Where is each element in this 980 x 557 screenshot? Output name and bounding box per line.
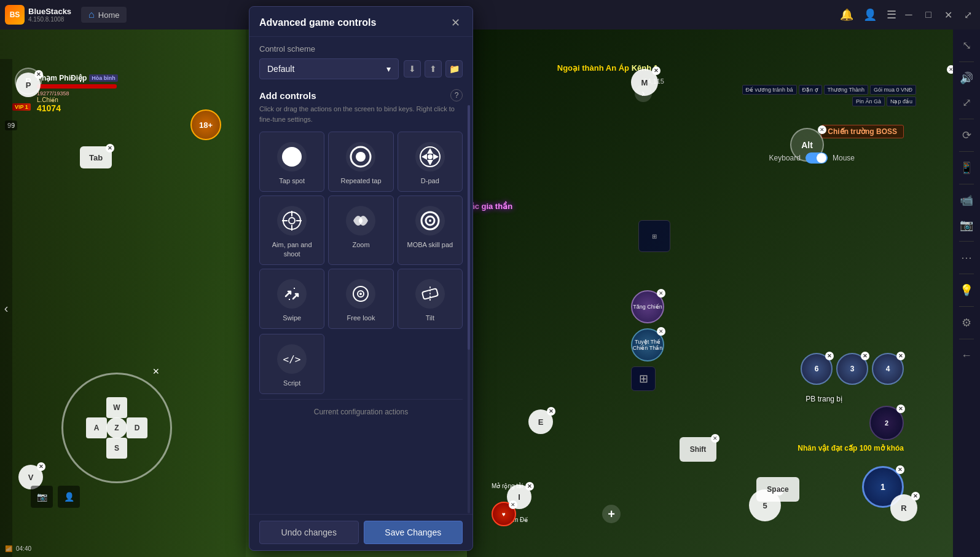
joystick-s[interactable]: S xyxy=(106,438,127,459)
panel-item-3[interactable]: Thương Thành xyxy=(824,85,868,95)
m-key-close-icon[interactable]: ✕ xyxy=(652,66,661,75)
scheme-export-icon[interactable]: ⬆ xyxy=(425,60,442,77)
space-key-button[interactable]: Space xyxy=(756,477,799,502)
camera-tb-icon[interactable]: 📷 xyxy=(955,214,978,236)
ctrl-zoom[interactable]: Zoom xyxy=(328,196,393,265)
d-pad-label: D-pad xyxy=(421,176,439,185)
joystick-control[interactable]: W A D S Z ✕ xyxy=(61,373,172,483)
save-changes-button[interactable]: Save Changes xyxy=(364,521,463,544)
resize-icon[interactable]: ⤢ xyxy=(955,92,978,114)
minimize-button[interactable]: ─ xyxy=(901,7,916,22)
skill-1-close-icon[interactable]: ✕ xyxy=(896,465,904,474)
tuyet-the-close-icon[interactable]: ✕ xyxy=(657,327,665,336)
tablet-icon[interactable]: 📱 xyxy=(955,157,978,179)
svg-text:</>: </> xyxy=(283,354,301,365)
menu-icon[interactable]: ☰ xyxy=(887,8,896,22)
m-key-button[interactable]: M ✕ xyxy=(631,69,658,96)
skill-3-button[interactable]: 3✕ xyxy=(836,353,868,385)
ctrl-aim-pan-shoot[interactable]: Aim, pan and shoot xyxy=(259,196,324,265)
volume-icon[interactable]: 🔊 xyxy=(955,67,978,89)
r-key-close-icon[interactable]: ✕ xyxy=(911,492,920,500)
joystick-d[interactable]: D xyxy=(127,417,147,438)
grid-icon[interactable]: ⊞ xyxy=(631,366,656,391)
ctrl-tilt[interactable]: Tilt xyxy=(398,269,463,329)
i-key-close-icon[interactable]: ✕ xyxy=(525,482,534,491)
skill-3-close-icon[interactable]: ✕ xyxy=(861,352,869,360)
expand-icon[interactable]: ⊞ xyxy=(638,220,670,252)
toggle-switch[interactable] xyxy=(806,152,828,164)
shift-key-button[interactable]: Shift xyxy=(680,437,716,462)
skill-2-close-icon[interactable]: ✕ xyxy=(896,405,905,413)
more-icon[interactable]: ⋯ xyxy=(955,247,978,269)
scheme-import-icon[interactable]: ⬇ xyxy=(404,60,421,77)
skill-2-button[interactable]: 2✕ xyxy=(869,406,904,440)
home-tab[interactable]: ⌂ Home xyxy=(81,7,127,23)
bulb-icon[interactable]: 💡 xyxy=(955,279,978,301)
tab-key-button[interactable]: Tab ✕ xyxy=(80,146,112,168)
expand-button[interactable]: ⤢ xyxy=(960,7,975,22)
settings-icon[interactable]: ⚙ xyxy=(955,312,978,334)
panel-item-1[interactable]: Đế vương tránh bá xyxy=(742,85,797,95)
swipe-icon xyxy=(277,279,307,309)
shift-key-close-icon[interactable]: ✕ xyxy=(711,434,719,443)
skill-6-close-icon[interactable]: ✕ xyxy=(825,352,834,360)
modal-body[interactable]: Control scheme Default ▾ ⬇ ⬆ 📁 Add contr… xyxy=(249,37,472,514)
tang-chien-close-icon[interactable]: ✕ xyxy=(657,289,665,298)
p-key-button[interactable]: P ✕ xyxy=(16,73,41,97)
maximize-button[interactable]: □ xyxy=(921,7,936,22)
undo-changes-button[interactable]: Undo changes xyxy=(259,521,359,544)
ctrl-repeated-tap[interactable]: Repeated tap xyxy=(328,132,393,192)
keyboard-mouse-toggle: Keyboard Mouse xyxy=(769,152,855,164)
scheme-folder-icon[interactable]: 📁 xyxy=(445,60,463,77)
plus-button[interactable]: + xyxy=(602,505,621,523)
skill-6-button[interactable]: 6✕ xyxy=(801,353,833,385)
r-key-button[interactable]: R ✕ xyxy=(890,494,917,521)
ctrl-tap-spot[interactable]: Tap spot xyxy=(259,132,324,192)
close-button[interactable]: ✕ xyxy=(941,7,955,22)
tab-key-close-icon[interactable]: ✕ xyxy=(106,144,114,152)
alt-key-close-icon[interactable]: ✕ xyxy=(818,125,826,134)
joystick-z[interactable]: Z xyxy=(106,417,127,438)
scroll-track[interactable] xyxy=(468,105,470,513)
video-icon[interactable]: 📹 xyxy=(955,189,978,211)
scheme-dropdown[interactable]: Default ▾ xyxy=(259,58,399,79)
p-key-close-icon[interactable]: ✕ xyxy=(34,70,43,79)
panel-item-4[interactable]: Gói mua 0 VNĐ xyxy=(870,85,916,95)
notification-icon[interactable]: 🔔 xyxy=(840,8,853,22)
modal-close-button[interactable]: ✕ xyxy=(448,15,463,30)
advanced-game-controls-panel: Advanced game controls ✕ Control scheme … xyxy=(249,6,473,551)
panel-item-6[interactable]: Nạp đầu xyxy=(887,97,916,106)
e-key-close-icon[interactable]: ✕ xyxy=(547,407,555,416)
v-key-close-icon[interactable]: ✕ xyxy=(37,462,45,471)
skill-4-button[interactable]: 4✕ xyxy=(872,353,904,385)
panel-item-5[interactable]: Pin Ân Gà xyxy=(852,97,885,106)
tilt-label: Tilt xyxy=(426,314,434,322)
orientation-icon[interactable]: ⟳ xyxy=(955,124,978,146)
fullscreen-icon[interactable]: ⤡ xyxy=(955,34,978,57)
ctrl-script[interactable]: </> Script xyxy=(259,334,324,394)
d-pad-icon xyxy=(415,142,445,172)
left-arrow-icon[interactable]: ‹ xyxy=(4,301,9,315)
panel-item-2[interactable]: Đặn ợ xyxy=(799,85,822,95)
camera-icon[interactable]: 📷 xyxy=(31,486,53,508)
account-icon[interactable]: 👤 xyxy=(863,8,877,22)
hp-balloon-close-icon[interactable]: ✕ xyxy=(509,500,517,509)
joystick-a[interactable]: A xyxy=(86,417,107,438)
ctrl-swipe[interactable]: Swipe xyxy=(259,269,324,329)
tuyet-the-icon[interactable]: Tuyệt Thế Chiến Thần ✕ xyxy=(631,328,664,361)
e-key-button[interactable]: E ✕ xyxy=(528,409,553,434)
help-icon[interactable]: ? xyxy=(450,89,463,101)
app-name-version: BlueStacks 4.150.8.1008 xyxy=(28,7,71,23)
profile-icon[interactable]: 👤 xyxy=(58,486,80,508)
joystick-close-icon[interactable]: ✕ xyxy=(152,366,160,376)
joystick-w[interactable]: W xyxy=(106,397,127,418)
ctrl-free-look[interactable]: Free look xyxy=(328,269,393,329)
tang-chien-icon[interactable]: Tăng Chiến ✕ xyxy=(631,290,664,323)
modal-header: Advanced game controls ✕ xyxy=(249,7,472,37)
ctrl-moba-skill-pad[interactable]: MOBA skill pad xyxy=(398,196,463,265)
back-icon[interactable]: ← xyxy=(955,344,978,366)
free-look-label: Free look xyxy=(347,314,375,322)
space-key-container: Space xyxy=(756,477,799,502)
ctrl-d-pad[interactable]: D-pad xyxy=(398,132,463,192)
skill-4-close-icon[interactable]: ✕ xyxy=(896,352,905,360)
